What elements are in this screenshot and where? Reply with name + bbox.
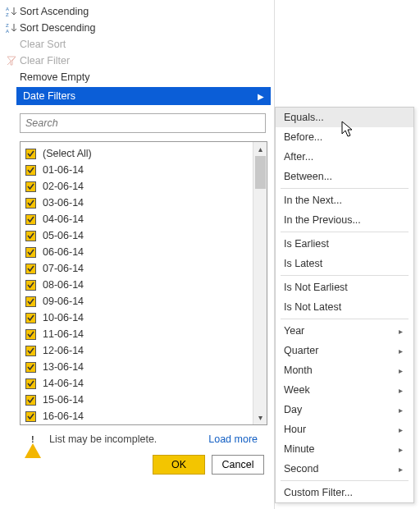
after-item[interactable]: After... xyxy=(276,147,413,167)
submenu-arrow-icon: ▸ xyxy=(397,406,409,415)
list-item-label: 12-06-14 xyxy=(43,345,84,356)
is-not-earliest-item[interactable]: Is Not Earliest xyxy=(276,277,413,297)
hour-item[interactable]: Hour▸ xyxy=(276,420,413,439)
quarter-item[interactable]: Quarter▸ xyxy=(276,341,413,360)
svg-text:A: A xyxy=(6,29,9,34)
checkbox-icon[interactable] xyxy=(25,264,36,274)
second-item[interactable]: Second▸ xyxy=(276,459,413,479)
top-menu: AZ Sort Ascending ZA Sort Descending Cle… xyxy=(0,0,274,107)
list-item[interactable]: 12-06-14 xyxy=(25,342,267,359)
list-item-label: 09-06-14 xyxy=(43,296,84,307)
checkbox-icon[interactable] xyxy=(25,296,36,307)
list-item-label: 04-06-14 xyxy=(43,213,84,225)
list-item[interactable]: 08-06-14 xyxy=(25,277,267,293)
week-item[interactable]: Week▸ xyxy=(276,380,413,400)
equals-item[interactable]: Equals... xyxy=(276,108,413,127)
list-item[interactable]: 13-06-14 xyxy=(25,359,267,375)
checkbox-icon[interactable] xyxy=(25,313,36,323)
load-more-link[interactable]: Load more xyxy=(208,433,266,445)
list-item-label: 16-06-14 xyxy=(43,410,84,422)
submenu-arrow-icon: ▸ xyxy=(397,425,409,434)
list-item[interactable]: 16-06-14 xyxy=(25,408,267,424)
svg-text:Z: Z xyxy=(6,23,9,28)
day-item[interactable]: Day▸ xyxy=(276,400,413,420)
date-filters-item[interactable]: Date Filters ▶ xyxy=(16,87,271,105)
minute-item[interactable]: Minute▸ xyxy=(276,439,413,459)
sort-descending-item[interactable]: ZA Sort Descending xyxy=(0,20,274,36)
checkbox-icon[interactable] xyxy=(25,165,36,176)
list-item-label: 07-06-14 xyxy=(43,263,84,274)
cancel-button[interactable]: Cancel xyxy=(212,455,264,475)
custom-filter-item[interactable]: Custom Filter... xyxy=(276,483,413,502)
menu-label: Clear Sort xyxy=(20,39,274,50)
list-item[interactable]: 14-06-14 xyxy=(25,375,267,392)
before-item[interactable]: Before... xyxy=(276,127,413,147)
list-item[interactable]: 10-06-14 xyxy=(25,310,267,326)
checkbox-icon[interactable] xyxy=(25,411,36,422)
list-item[interactable]: 06-06-14 xyxy=(25,244,267,260)
search-input[interactable] xyxy=(20,113,266,133)
list-item-label: 03-06-14 xyxy=(43,197,84,209)
checkbox-icon[interactable] xyxy=(25,231,36,241)
button-row: OK Cancel xyxy=(0,450,274,483)
menu-label: Sort Ascending xyxy=(20,6,274,17)
list-item[interactable]: (Select All) xyxy=(25,145,267,162)
clear-filter-item: Clear Filter xyxy=(0,53,274,69)
search-wrap xyxy=(0,107,274,136)
checkbox-icon[interactable] xyxy=(25,346,36,356)
checkbox-icon[interactable] xyxy=(25,181,36,192)
value-list: (Select All)01-06-1402-06-1403-06-1404-0… xyxy=(20,141,267,425)
submenu-arrow-icon: ▸ xyxy=(397,346,409,355)
list-item[interactable]: 04-06-14 xyxy=(25,211,267,227)
in-the-next-item[interactable]: In the Next... xyxy=(276,190,413,210)
list-item[interactable]: 11-06-14 xyxy=(25,326,267,342)
chevron-down-icon[interactable]: ▾ xyxy=(253,410,267,424)
menu-label: Remove Empty xyxy=(20,71,274,83)
in-the-previous-item[interactable]: In the Previous... xyxy=(276,210,413,230)
list-item[interactable]: 03-06-14 xyxy=(25,195,267,211)
sort-ascending-icon: AZ xyxy=(3,6,20,17)
checkbox-icon[interactable] xyxy=(25,395,36,406)
ok-button[interactable]: OK xyxy=(153,455,205,475)
remove-empty-item[interactable]: Remove Empty xyxy=(0,69,274,85)
menu-label: Sort Descending xyxy=(20,22,274,34)
list-item-label: 10-06-14 xyxy=(43,312,84,323)
svg-text:A: A xyxy=(6,7,9,11)
submenu-arrow-icon: ▸ xyxy=(397,465,409,474)
checkbox-icon[interactable] xyxy=(25,149,36,159)
chevron-up-icon[interactable]: ▴ xyxy=(253,142,267,156)
checkbox-icon[interactable] xyxy=(25,329,36,340)
list-item[interactable]: 09-06-14 xyxy=(25,293,267,310)
warning-text: List may be incomplete. xyxy=(49,433,200,445)
separator xyxy=(281,232,409,232)
list-item-label: 06-06-14 xyxy=(43,246,84,258)
year-item[interactable]: Year▸ xyxy=(276,321,413,341)
list-item[interactable]: 02-06-14 xyxy=(25,178,267,195)
list-item[interactable]: 17-06-14 xyxy=(25,424,267,425)
submenu-arrow-icon: ▸ xyxy=(397,366,409,375)
list-item[interactable]: 01-06-14 xyxy=(25,162,267,178)
checkbox-icon[interactable] xyxy=(25,247,36,258)
is-not-latest-item[interactable]: Is Not Latest xyxy=(276,297,413,317)
checkbox-icon[interactable] xyxy=(25,378,36,389)
sort-ascending-item[interactable]: AZ Sort Ascending xyxy=(0,3,274,20)
month-item[interactable]: Month▸ xyxy=(276,360,413,380)
checkbox-icon[interactable] xyxy=(25,280,36,291)
is-earliest-item[interactable]: Is Earliest xyxy=(276,234,413,254)
separator xyxy=(281,319,409,319)
date-filters-submenu: Equals... Before... After... Between... … xyxy=(275,107,414,503)
list-item-label: 14-06-14 xyxy=(43,378,84,389)
list-item[interactable]: 07-06-14 xyxy=(25,260,267,277)
scrollbar-thumb[interactable] xyxy=(255,156,266,189)
checkbox-icon[interactable] xyxy=(25,362,36,373)
checkbox-icon[interactable] xyxy=(25,214,36,225)
is-latest-item[interactable]: Is Latest xyxy=(276,254,413,273)
scrollbar[interactable]: ▴ ▾ xyxy=(253,142,267,424)
sort-descending-icon: ZA xyxy=(3,22,20,34)
list-item[interactable]: 05-06-14 xyxy=(25,227,267,244)
filter-panel: AZ Sort Ascending ZA Sort Descending Cle… xyxy=(0,0,275,509)
list-item[interactable]: 15-06-14 xyxy=(25,392,267,408)
warning-row: List may be incomplete. Load more xyxy=(0,429,274,450)
checkbox-icon[interactable] xyxy=(25,198,36,209)
between-item[interactable]: Between... xyxy=(276,167,413,186)
